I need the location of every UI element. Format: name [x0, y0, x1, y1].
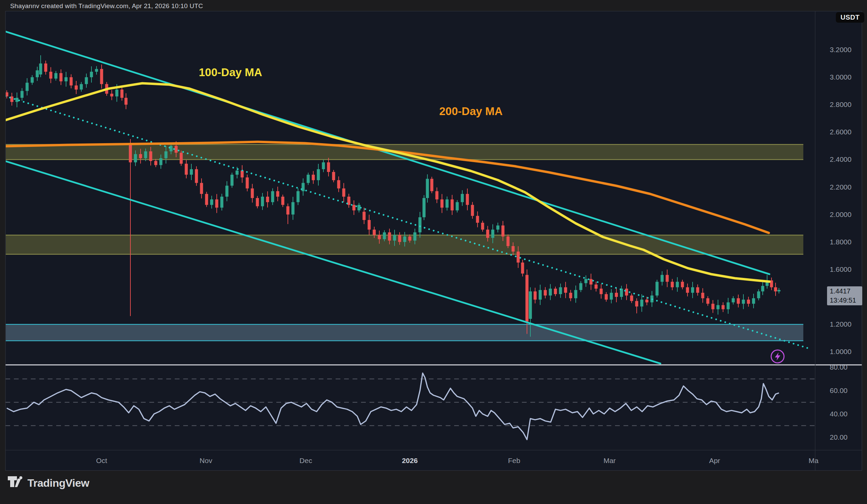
- candle-countdown: 13:49:51: [830, 296, 862, 305]
- chart-canvas[interactable]: 3.20003.00002.80002.60002.40002.20002.00…: [0, 0, 867, 504]
- ma200-label: 200-Day MA: [439, 105, 503, 118]
- price-axis-label: 2.4000: [830, 155, 852, 163]
- lightning-icon: [770, 349, 785, 364]
- rsi-axis-label: 80.00: [830, 363, 848, 371]
- rsi-axis-label: 40.00: [830, 410, 848, 418]
- last-price-badge: 1.4417 13:49:51: [827, 286, 862, 305]
- flash-lightning-button[interactable]: [770, 349, 785, 364]
- quote-currency-badge: USDT: [836, 12, 864, 23]
- price-axis-label: 3.0000: [830, 73, 852, 81]
- chart-credit: Shayannv created with TradingView.com, A…: [10, 2, 203, 10]
- time-axis-label-Mar: Mar: [603, 457, 616, 464]
- tradingview-chart-screenshot: 3.20003.00002.80002.60002.40002.20002.00…: [0, 0, 867, 504]
- zone-support-zone: [6, 324, 803, 341]
- price-axis-label: 1.8000: [830, 238, 852, 246]
- tradingview-logo-icon: [8, 476, 23, 490]
- time-axis-label-Ma: Ma: [809, 457, 818, 464]
- time-axis-label-Feb: Feb: [508, 457, 520, 464]
- price-axis-label: 2.0000: [830, 210, 852, 218]
- time-axis-label-Apr: Apr: [709, 457, 720, 464]
- price-axis-label: 1.0000: [830, 348, 852, 355]
- price-axis-label: 1.6000: [830, 265, 852, 273]
- time-axis-label-2026: 2026: [402, 457, 418, 464]
- price-axis-label: 2.6000: [830, 128, 852, 136]
- time-axis-label-Dec: Dec: [299, 457, 312, 464]
- price-axis-label: 2.8000: [830, 100, 852, 108]
- rsi-axis-label: 20.00: [830, 433, 848, 441]
- tradingview-logo-link[interactable]: TradingView: [8, 476, 89, 490]
- rsi-axis-label: 60.00: [830, 386, 848, 394]
- time-axis-label-Oct: Oct: [96, 457, 107, 464]
- price-axis-label: 2.2000: [830, 183, 852, 191]
- price-axis-label: 3.2000: [830, 46, 852, 54]
- time-axis-label-Nov: Nov: [200, 457, 212, 464]
- tradingview-wordmark: TradingView: [28, 477, 89, 490]
- ma100-label: 100-Day MA: [199, 66, 262, 79]
- last-price-value: 1.4417: [830, 287, 862, 296]
- price-axis-label: 1.2000: [830, 320, 852, 328]
